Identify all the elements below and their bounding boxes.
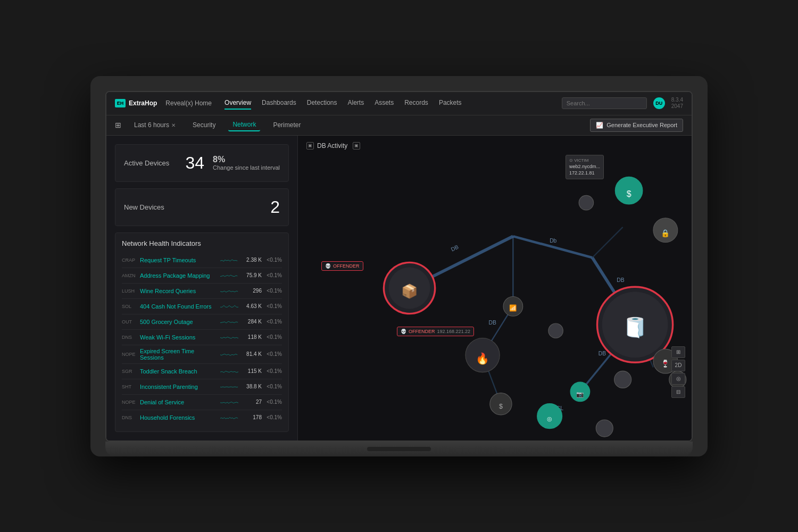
map-ctrl-minus[interactable]: ⊟ xyxy=(671,386,685,398)
map-ctrl-grid[interactable]: ⊞ xyxy=(671,346,685,358)
svg-text:DB: DB xyxy=(598,350,606,356)
avatar: DU xyxy=(653,97,665,109)
layout-icon[interactable]: ⊞ xyxy=(115,121,121,129)
svg-point-42 xyxy=(579,195,594,210)
interval-label: Last 6 hours xyxy=(134,121,169,129)
nav-logo: EH ExtraHop xyxy=(115,99,157,107)
nav-home-link[interactable]: Reveal(x) Home xyxy=(165,99,212,107)
active-devices-value: 34 xyxy=(185,153,204,173)
svg-text:📦: 📦 xyxy=(401,283,418,300)
health-row: DNS Household Forensics 178 <0.1% xyxy=(122,410,282,425)
nav-item-records[interactable]: Records xyxy=(404,97,428,110)
svg-line-7 xyxy=(592,227,622,257)
map-ctrl-2d[interactable]: 2D xyxy=(671,360,685,371)
nav-item-assets[interactable]: Assets xyxy=(375,97,394,110)
health-row: NOPE Denial of Service 27 <0.1% xyxy=(122,395,282,410)
nav-right: DU 8.3.42047 xyxy=(562,97,683,110)
sub-nav-perimeter[interactable]: Perimeter xyxy=(269,119,305,131)
health-row: DNS Weak Wi-Fi Sessions 118 K <0.1% xyxy=(122,330,282,345)
svg-text:Db: Db xyxy=(550,237,556,243)
health-row: AMZN Address Package Mapping 75.9 K <0.1… xyxy=(122,268,282,284)
laptop-outer: EH ExtraHop Reveal(x) Home Overview Dash… xyxy=(90,76,708,456)
svg-text:🔥: 🔥 xyxy=(476,351,489,365)
nav-item-dashboards[interactable]: Dashboards xyxy=(262,97,296,110)
health-row: NOPE Expired Screen Time Sessions 81.4 K… xyxy=(122,345,282,364)
svg-point-33 xyxy=(614,371,631,388)
svg-text:DB: DB xyxy=(450,244,460,252)
laptop-screen: EH ExtraHop Reveal(x) Home Overview Dash… xyxy=(105,91,693,442)
network-map-svg: DB Db DB DB DB DB-SSL 📦 🧻 $ xyxy=(298,136,692,440)
main-content: Active Devices 34 8% Change since last i… xyxy=(106,136,692,440)
nav-item-alerts[interactable]: Alerts xyxy=(347,97,364,110)
svg-text:◎: ◎ xyxy=(547,415,552,421)
health-row: CRAP Request TP Timeouts 2.38 K <0.1% xyxy=(122,253,282,268)
health-row: LUSH Wine Record Queries 296 <0.1% xyxy=(122,284,282,299)
nav-item-packets[interactable]: Packets xyxy=(439,97,462,110)
active-devices-change: Change since last interval xyxy=(213,164,280,171)
svg-text:$: $ xyxy=(499,402,503,410)
svg-text:📷: 📷 xyxy=(576,390,584,397)
new-devices-card: New Devices 2 xyxy=(115,188,289,226)
sub-nav-interval[interactable]: Last 6 hours ✕ xyxy=(130,119,180,131)
health-title: Network Health Indicators xyxy=(122,239,282,247)
map-controls: ⊞ 2D ◎ ⊟ xyxy=(671,346,685,398)
sub-nav-security[interactable]: Security xyxy=(188,119,220,131)
laptop-base xyxy=(105,442,693,456)
nav-item-overview[interactable]: Overview xyxy=(225,97,251,110)
left-panel: Active Devices 34 8% Change since last i… xyxy=(106,136,298,440)
sub-nav: ⊞ Last 6 hours ✕ Security Network Perime… xyxy=(106,115,692,136)
svg-point-40 xyxy=(596,420,613,437)
exec-report-icon: 📈 xyxy=(596,122,603,129)
nav-item-detections[interactable]: Detections xyxy=(307,97,337,110)
search-input[interactable] xyxy=(562,97,647,109)
svg-text:DB: DB xyxy=(617,277,624,283)
map-ctrl-focus[interactable]: ◎ xyxy=(671,373,685,385)
svg-text:📶: 📶 xyxy=(509,304,517,312)
svg-text:🧻: 🧻 xyxy=(623,316,647,339)
health-row: SOL 404 Cash Not Found Errors 4.63 K <0.… xyxy=(122,299,282,314)
svg-point-41 xyxy=(548,323,563,338)
active-devices-pct: 8% xyxy=(213,155,280,164)
exec-report-button[interactable]: 📈 Generate Executive Report xyxy=(590,119,683,132)
new-devices-value: 2 xyxy=(270,197,280,217)
svg-text:DB: DB xyxy=(489,320,496,326)
svg-text:🔒: 🔒 xyxy=(661,228,670,237)
extrahop-logo-icon: EH xyxy=(115,99,126,107)
interval-close-icon[interactable]: ✕ xyxy=(171,122,176,128)
nav-logo-text: ExtraHop xyxy=(129,99,157,107)
svg-text:$: $ xyxy=(627,188,631,198)
health-row: SGR Toddler Snack Breach 115 K <0.1% xyxy=(122,364,282,379)
svg-text:🍷: 🍷 xyxy=(661,359,670,368)
version-info: 8.3.42047 xyxy=(671,97,683,110)
health-row: OUT 500 Grocery Outage 284 K <0.1% xyxy=(122,314,282,330)
sub-nav-network[interactable]: Network xyxy=(228,119,260,131)
exec-report-label: Generate Executive Report xyxy=(606,122,677,128)
sub-nav-right: 📈 Generate Executive Report xyxy=(590,119,683,132)
health-section: Network Health Indicators CRAP Request T… xyxy=(115,232,289,432)
active-devices-label: Active Devices xyxy=(124,159,169,167)
laptop-notch xyxy=(367,447,431,451)
nav-items: Overview Dashboards Detections Alerts As… xyxy=(225,97,562,110)
right-panel: ▣ DB Activity ▣ ⊙ VICTIM web2.nycdm... 1… xyxy=(298,136,692,440)
top-nav: EH ExtraHop Reveal(x) Home Overview Dash… xyxy=(106,92,692,115)
health-row: SHT Inconsistent Parenting 38.8 K <0.1% xyxy=(122,379,282,395)
active-devices-card: Active Devices 34 8% Change since last i… xyxy=(115,144,289,182)
new-devices-label: New Devices xyxy=(124,203,164,211)
